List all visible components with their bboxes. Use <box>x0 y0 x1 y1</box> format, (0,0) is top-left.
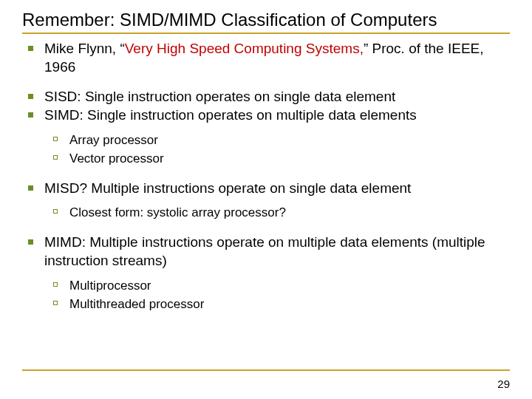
page-number: 29 <box>497 378 510 390</box>
bullet-text: SIMD: Single instruction operates on mul… <box>44 107 417 123</box>
sub-text: Multithreaded processor <box>69 297 204 311</box>
slide: Remember: SIMD/MIMD Classification of Co… <box>0 0 532 399</box>
bullet-list: Mike Flynn, “Very High Speed Computing S… <box>22 40 510 313</box>
bullet-text: SISD: Single instruction operates on sin… <box>44 89 395 104</box>
sub-systolic: Closest form: systolic array processor? <box>44 205 510 222</box>
sub-text: Multiprocessor <box>69 279 151 293</box>
bullet-flynn: Mike Flynn, “Very High Speed Computing S… <box>22 40 510 76</box>
sub-text: Closest form: systolic array processor? <box>69 205 286 219</box>
sublist-mimd: Multiprocessor Multithreaded processor <box>44 278 510 313</box>
sub-text: Vector processor <box>69 151 164 166</box>
text-red: Very High Speed Computing Systems, <box>125 41 364 56</box>
bullet-text: MIMD: Multiple instructions operate on m… <box>44 234 485 268</box>
slide-title: Remember: SIMD/MIMD Classification of Co… <box>22 9 510 34</box>
sub-text: Array processor <box>69 133 158 147</box>
sub-array-proc: Array processor <box>44 132 510 149</box>
sub-multithread: Multithreaded processor <box>44 296 510 313</box>
bullet-simd: SIMD: Single instruction operates on mul… <box>22 106 510 168</box>
bullet-sisd: SISD: Single instruction operates on sin… <box>22 88 510 106</box>
sublist-misd: Closest form: systolic array processor? <box>44 205 510 222</box>
sublist-simd: Array processor Vector processor <box>44 132 510 168</box>
bullet-text: MISD? Multiple instructions operate on s… <box>44 180 411 196</box>
text-pre: Mike Flynn, “ <box>44 41 125 56</box>
bullet-mimd: MIMD: Multiple instructions operate on m… <box>22 233 510 313</box>
sub-vector-proc: Vector processor <box>44 151 510 168</box>
bullet-misd: MISD? Multiple instructions operate on s… <box>22 180 510 222</box>
footer-rule <box>22 369 510 371</box>
sub-multiproc: Multiprocessor <box>44 278 510 295</box>
